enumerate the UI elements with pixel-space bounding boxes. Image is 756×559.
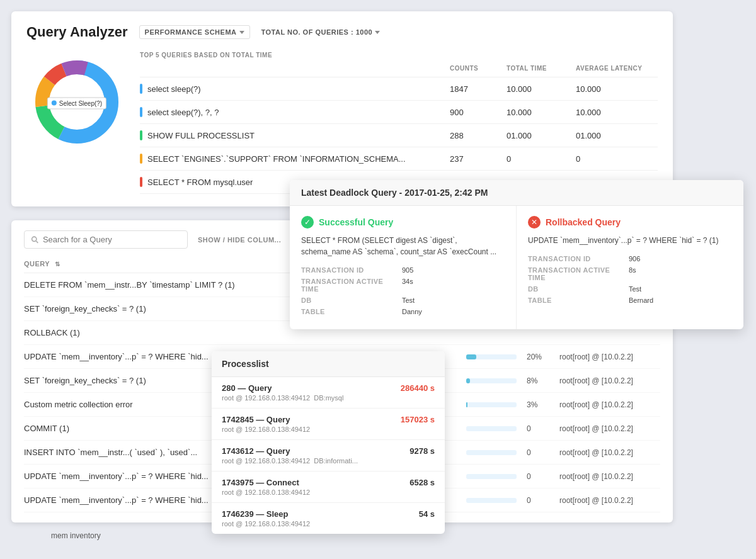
process-time-3: 6528 s (410, 478, 435, 487)
schema-chevron-icon (239, 31, 244, 34)
search-input[interactable] (43, 235, 181, 244)
active-time-label-right: TRANSACTION ACTIVE TIME (528, 266, 629, 281)
active-time-val-right: 8s (629, 266, 732, 281)
user-7: root[root] @ [10.0.2.2] (559, 448, 660, 457)
latency-cell-2: 01.000 (576, 131, 658, 140)
table-label-right: TABLE (528, 296, 629, 304)
schema-select[interactable]: PERFORMANCE SCHEMA (139, 25, 250, 39)
top-queries-title: TOP 5 QUERIES BASED ON TOTAL TIME (140, 52, 658, 59)
latency-cell-0: 10.000 (576, 84, 658, 94)
sort-icon[interactable]: ⇅ (55, 261, 60, 268)
process-sub-3: root @ 192.168.0.138:49412 (222, 488, 410, 496)
process-title-4: 1746239 — Sleep (222, 509, 419, 519)
process-info-4: 1746239 — Sleep root @ 192.168.0.138:494… (222, 509, 419, 528)
col-total-time: TOTAL TIME (507, 65, 576, 72)
deadlock-left-col: ✓ Successful Query SELECT * FROM (SELECT… (290, 206, 517, 329)
active-time-label-left: TRANSACTION ACTIVE TIME (301, 278, 402, 293)
progress-bar-8 (466, 474, 517, 479)
count-cell-3: 237 (450, 154, 507, 164)
time-cell-1: 10.000 (507, 108, 576, 117)
top-queries-table: TOP 5 QUERIES BASED ON TOTAL TIME COUNTS… (140, 52, 658, 194)
deadlock-right-col: ✕ Rollbacked Query UPDATE `mem__inventor… (517, 206, 743, 329)
color-bar-3 (140, 154, 142, 164)
processlist-item[interactable]: 1742845 — Query root @ 192.168.0.138:494… (212, 409, 445, 440)
progress-bar-3 (466, 354, 517, 359)
progress-bar-6 (466, 426, 517, 431)
deadlock-right-active-row: TRANSACTION ACTIVE TIME 8s (528, 266, 732, 281)
txn-id-label-left: TRANSACTION ID (301, 266, 402, 274)
latency-cell-1: 10.000 (576, 108, 658, 117)
percent-3: 20% (527, 353, 549, 361)
process-time-2: 9278 s (410, 446, 435, 456)
processlist-item[interactable]: 1743612 — Query root @ 192.168.0.138:494… (212, 440, 445, 471)
process-info-1: 1742845 — Query root @ 192.168.0.138:494… (222, 415, 401, 433)
deadlock-left-txn-id-row: TRANSACTION ID 905 (301, 266, 505, 274)
process-sub-4: root @ 192.168.0.138:49412 (222, 520, 419, 528)
query-cell: SELECT `ENGINES`.`SUPPORT` FROM `INFORMA… (140, 154, 450, 164)
process-info-3: 1743975 — Connect root @ 192.168.0.138:4… (222, 478, 410, 496)
donut-label-text: Select Sleep(?) (59, 99, 102, 106)
rollback-label: Rollbacked Query (546, 217, 621, 227)
col-query (140, 65, 450, 72)
color-bar-0 (140, 84, 142, 94)
table-row[interactable]: select sleep(?) 1847 10.000 10.000 (140, 77, 658, 101)
percent-5: 3% (527, 400, 549, 409)
progress-bar-5 (466, 402, 517, 407)
process-sub-0: root @ 192.168.0.138:49412 DB:mysql (222, 394, 401, 402)
processlist-popup: Processlist 280 — Query root @ 192.168.0… (212, 351, 445, 534)
query-col-header: QUERY (24, 260, 50, 268)
deadlock-right-table-row: TABLE Bernard (528, 296, 732, 304)
deadlock-header: Latest Deadlock Query - 2017-01-25, 2:42… (290, 180, 743, 206)
table-val-left: Danny (402, 308, 505, 315)
search-input-wrap[interactable] (24, 230, 188, 249)
time-cell-2: 01.000 (507, 131, 576, 140)
color-bar-1 (140, 107, 142, 117)
txn-id-label-right: TRANSACTION ID (528, 255, 629, 263)
table-row[interactable]: SHOW FULL PROCESSLIST 288 01.000 01.000 (140, 124, 658, 147)
success-label: Successful Query (319, 217, 393, 227)
process-sub-2: root @ 192.168.0.138:49412 DB:informati.… (222, 457, 410, 465)
deadlock-left-table-row: TABLE Danny (301, 308, 505, 315)
processlist-item[interactable]: 280 — Query root @ 192.168.0.138:49412 D… (212, 377, 445, 409)
deadlock-right-status: ✕ Rollbacked Query (528, 216, 732, 229)
table-label-left: TABLE (301, 308, 402, 315)
svg-line-7 (36, 241, 38, 243)
deadlock-left-status: ✓ Successful Query (301, 216, 505, 229)
queries-select[interactable]: TOTAL NO. OF QUERIES : 1000 (261, 28, 381, 36)
table-row[interactable]: SELECT `ENGINES`.`SUPPORT` FROM `INFORMA… (140, 147, 658, 171)
percent-8: 0 (527, 472, 549, 481)
donut-chart-container: Select Sleep(?) (26, 52, 127, 154)
show-hide-columns-link[interactable]: SHOW / HIDE COLUM... (198, 236, 281, 244)
table-val-right: Bernard (629, 296, 732, 304)
db-val-right: Test (629, 285, 732, 293)
col-counts: COUNTS (450, 65, 507, 72)
queries-chevron-icon (375, 31, 380, 34)
processlist-item[interactable]: 1743975 — Connect root @ 192.168.0.138:4… (212, 471, 445, 503)
user-5: root[root] @ [10.0.2.2] (559, 400, 660, 409)
color-bar-4 (140, 177, 142, 187)
process-info-2: 1743612 — Query root @ 192.168.0.138:494… (222, 446, 410, 465)
processlist-item[interactable]: 1746239 — Sleep root @ 192.168.0.138:494… (212, 503, 445, 534)
query-text-2: SHOW FULL PROCESSLIST (147, 131, 255, 140)
query-text-1: select sleep(?), ?, ? (147, 108, 219, 117)
latency-cell-3: 0 (576, 154, 658, 164)
txn-id-val-left: 905 (402, 266, 505, 274)
progress-bar-9 (466, 498, 517, 503)
count-cell-1: 900 (450, 108, 507, 117)
deadlock-left-active-row: TRANSACTION ACTIVE TIME 34s (301, 278, 505, 293)
txn-id-val-right: 906 (629, 255, 732, 263)
schema-label: PERFORMANCE SCHEMA (145, 28, 237, 36)
query-cell: select sleep(?), ?, ? (140, 107, 450, 117)
count-cell-0: 1847 (450, 84, 507, 94)
deadlock-right-query: UPDATE `mem__inventory`...p` = ? WHERE `… (528, 235, 732, 246)
query-list-text-2: ROLLBACK (1) (24, 328, 660, 337)
deadlock-right-db-row: DB Test (528, 285, 732, 293)
chart-table-area: Select Sleep(?) TOP 5 QUERIES BASED ON T… (26, 52, 658, 194)
process-title-2: 1743612 — Query (222, 446, 410, 456)
process-sub-1: root @ 192.168.0.138:49412 (222, 426, 401, 433)
table-row[interactable]: select sleep(?), ?, ? 900 10.000 10.000 (140, 101, 658, 124)
db-label-right: DB (528, 285, 629, 293)
process-info-0: 280 — Query root @ 192.168.0.138:49412 D… (222, 383, 401, 402)
user-6: root[root] @ [10.0.2.2] (559, 424, 660, 433)
percent-6: 0 (527, 424, 549, 433)
